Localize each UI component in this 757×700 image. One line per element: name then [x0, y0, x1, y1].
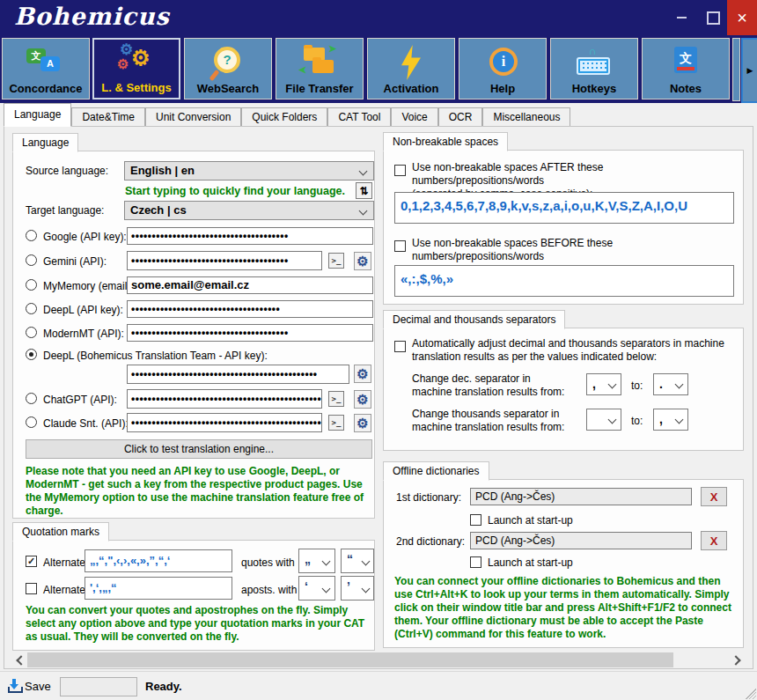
google-radio[interactable]	[26, 230, 37, 241]
toolbar-button-hotkeys[interactable]: ∩ Hotkeys	[550, 38, 638, 99]
chatgpt-radio[interactable]	[26, 393, 37, 404]
aposts-chars-field[interactable]: ',‘,„,“	[85, 577, 232, 600]
toolbar-more-button[interactable]: ▶	[741, 38, 757, 103]
toolbar-button-filetransfer[interactable]: ➤ ➤ File Transfer	[276, 38, 364, 99]
aposts-alternate-checkbox[interactable]	[26, 583, 37, 594]
tab-voice[interactable]: Voice	[391, 107, 437, 127]
scrollbar-thumb[interactable]	[27, 652, 673, 667]
gemini-api-key-field[interactable]: ••••••••••••••••••••••••••••••••••••••	[127, 251, 322, 270]
engine-row-chatgpt: ChatGPT (API): •••••••••••••••••••••••••…	[13, 389, 374, 410]
chatgpt-settings-button[interactable]: ⚙	[354, 390, 371, 409]
toolbar-clipped-button[interactable]	[732, 38, 740, 101]
claude-radio[interactable]	[26, 416, 37, 428]
quotation-note: You can convert your quotes and apostrop…	[26, 604, 371, 644]
thousands-to-select[interactable]: ,	[653, 409, 688, 431]
select-value: .	[659, 377, 663, 391]
thousands-from-select[interactable]	[586, 409, 621, 431]
gemini-console-button[interactable]: >_	[328, 253, 344, 269]
modernmt-radio[interactable]	[26, 327, 37, 338]
tab-unit-conversion[interactable]: Unit Conversion	[145, 107, 241, 127]
second-launch-checkbox[interactable]	[470, 556, 481, 568]
toolbar-button-settings[interactable]: ⚙ ⚙ ⚙ L. & Settings	[92, 38, 180, 99]
source-language-label: Source language:	[26, 165, 108, 177]
chatgpt-label: ChatGPT (API):	[43, 394, 117, 406]
decimal-to-select[interactable]: .	[653, 373, 688, 395]
tab-quick-folders[interactable]: Quick Folders	[241, 107, 327, 127]
chatgpt-api-key-field[interactable]: ••••••••••••••••••••••••••••••••••••••••…	[127, 389, 322, 409]
tab-ocr[interactable]: OCR	[438, 107, 483, 127]
deepl-radio[interactable]	[26, 303, 37, 314]
aposts-close-select[interactable]: ’	[341, 576, 374, 601]
nbs-after-field[interactable]: 0,1,2,3,4,5,6,7,8,9,k,v,s,z,a,i,o,u,K,V,…	[394, 192, 734, 224]
claude-console-button[interactable]: >_	[328, 415, 344, 431]
language-group-tab[interactable]: Language	[12, 133, 78, 152]
tab-miscellaneous[interactable]: Miscellaneous	[482, 107, 570, 127]
second-dictionary-field[interactable]: PCD (Ang->Čes)	[470, 532, 692, 549]
tab-cat-tool[interactable]: CAT Tool	[327, 107, 391, 127]
quotes-alternate-checkbox[interactable]: ✓	[26, 556, 37, 567]
remove-icon: X	[710, 534, 718, 548]
bohemicus-api-key-field[interactable]: ••••••••••••••••••••••••••••••••••••••••…	[127, 365, 349, 384]
mymemory-radio[interactable]	[26, 279, 37, 291]
horizontal-scrollbar[interactable]	[12, 652, 745, 667]
first-dictionary-field[interactable]: PCD (Ang->Čes)	[470, 488, 692, 505]
close-button[interactable]: ×	[727, 0, 757, 35]
separators-group-tab[interactable]: Decimal and thousands separators	[383, 310, 565, 329]
bohemicus-settings-button[interactable]: ⚙	[354, 365, 371, 383]
minimize-button[interactable]	[665, 0, 697, 35]
gemini-radio[interactable]	[26, 254, 37, 266]
chevron-down-icon	[362, 557, 371, 566]
toolbar-button-help[interactable]: i Help	[459, 38, 547, 99]
progress-bar	[60, 677, 137, 696]
aposts-open-select[interactable]: ‘	[298, 576, 335, 601]
app-title: Bohemicus	[14, 3, 170, 30]
masked-value: ••••••••••••••••••••••••••••••••••••	[128, 301, 372, 317]
decimal-from-select[interactable]: ,	[586, 373, 621, 395]
save-button[interactable]: Save	[25, 680, 51, 693]
lens-icon: ?	[214, 47, 240, 73]
cable-icon: ∩	[589, 45, 597, 57]
magnifier-question-icon: ?	[203, 45, 253, 82]
claude-settings-button[interactable]: ⚙	[354, 414, 371, 432]
quotes-chars-field[interactable]: „,“,",‹,›,«,»,”,“,‘	[85, 549, 232, 572]
tab-language[interactable]: Language	[4, 103, 71, 127]
quotation-group-tab[interactable]: Quotation marks	[12, 522, 109, 542]
nbs-before-checkbox[interactable]	[394, 240, 406, 252]
gemini-settings-button[interactable]: ⚙	[354, 252, 371, 270]
first-dictionary-remove-button[interactable]: X	[701, 487, 727, 506]
scroll-left-button[interactable]	[12, 652, 27, 667]
nbs-group-tab[interactable]: Non-breakable spaces	[383, 132, 508, 151]
toolbar-button-concordance[interactable]: 文 A Concordance	[2, 38, 90, 99]
chatgpt-console-button[interactable]: >_	[328, 391, 344, 407]
nbs-after-checkbox[interactable]	[394, 165, 406, 176]
transfer-arrow-icon: ➤	[298, 64, 306, 76]
bohemicus-radio[interactable]	[26, 349, 37, 360]
toolbar-button-websearch[interactable]: ? WebSearch	[184, 38, 272, 99]
maximize-button[interactable]	[697, 0, 729, 35]
target-language-combobox[interactable]: Czech | cs	[124, 201, 374, 220]
save-arrow-shape	[12, 679, 16, 685]
second-dictionary-remove-button[interactable]: X	[701, 531, 727, 550]
tab-date-time[interactable]: Date&Time	[71, 107, 145, 127]
quotes-open-select[interactable]: „	[298, 549, 335, 573]
source-language-combobox[interactable]: English | en	[124, 161, 374, 181]
quotes-close-select[interactable]: “	[341, 549, 374, 573]
claude-api-key-field[interactable]: ••••••••••••••••••••••••••••••••••••••••…	[127, 413, 322, 432]
mymemory-email-field[interactable]: some.email@email.cz	[127, 276, 373, 294]
google-api-key-field[interactable]: ••••••••••••••••••••••••••••••••••••••	[127, 227, 373, 245]
scroll-left-icon	[16, 655, 26, 665]
toolbar-button-notes[interactable]: 文 Notes	[642, 38, 730, 99]
scroll-right-button[interactable]	[730, 652, 745, 667]
deepl-api-key-field[interactable]: ••••••••••••••••••••••••••••••••••••	[127, 300, 373, 318]
dictionaries-group-tab[interactable]: Offline dictionaries	[383, 461, 489, 481]
api-key-note: Please note that you need an API key to …	[26, 465, 372, 518]
test-engine-button[interactable]: Click to test translation engine...	[26, 439, 372, 459]
auto-adjust-checkbox[interactable]	[394, 341, 406, 352]
resize-grip[interactable]	[746, 689, 756, 699]
first-launch-checkbox[interactable]	[470, 514, 481, 526]
modernmt-api-key-field[interactable]: ••••••••••••••••••••••••••••••••••••••	[127, 324, 373, 342]
toolbar-button-activation[interactable]: Activation	[367, 38, 455, 99]
toolbar-label: File Transfer	[285, 82, 353, 95]
swap-languages-button[interactable]: ⇅	[356, 182, 372, 199]
nbs-before-field[interactable]: «,:,$,%,»	[394, 265, 734, 297]
